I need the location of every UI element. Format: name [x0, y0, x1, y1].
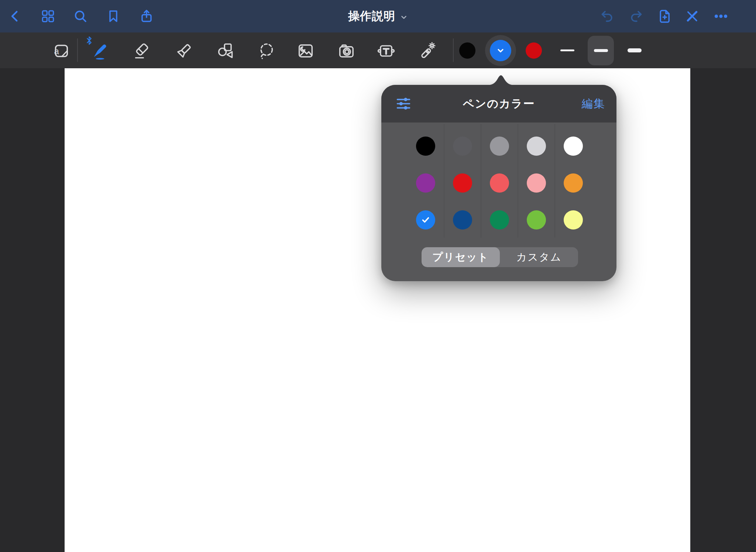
thickness-thick-option[interactable] — [618, 32, 651, 68]
pen-tool-button[interactable] — [90, 41, 110, 61]
chevron-down-icon — [400, 13, 408, 21]
popup-color-white-swatch[interactable] — [555, 128, 592, 165]
redo-icon — [628, 8, 644, 24]
thickness-thin-option[interactable] — [550, 32, 584, 68]
popover-title: ペンのカラー — [381, 85, 616, 123]
page-panel-icon: a — [52, 42, 71, 60]
toolbar-color-blue-swatch[interactable] — [484, 32, 517, 68]
popup-color-blue-swatch[interactable] — [407, 201, 444, 238]
pen-icon — [90, 41, 110, 61]
image-icon — [296, 41, 315, 61]
pen-off-icon — [684, 8, 700, 24]
top-navigation-bar: 操作説明 — [0, 0, 756, 32]
lasso-icon — [257, 41, 276, 61]
undo-button[interactable] — [599, 8, 615, 24]
thickness-medium-option[interactable] — [584, 32, 618, 68]
popup-color-pink-swatch[interactable] — [518, 165, 555, 201]
popup-color-red-swatch[interactable] — [444, 165, 481, 201]
panel-glyph: a — [54, 46, 59, 56]
text-tool-button[interactable] — [376, 41, 396, 61]
bluetooth-icon — [86, 36, 92, 45]
highlighter-tool-button[interactable] — [173, 41, 194, 61]
redo-button[interactable] — [628, 8, 644, 24]
eraser-tool-button[interactable] — [131, 41, 152, 61]
undo-icon — [599, 8, 615, 24]
popup-color-purple-swatch[interactable] — [407, 165, 444, 201]
drawing-toolbar: a — [0, 32, 756, 68]
more-icon — [713, 8, 729, 24]
page-title: 操作説明 — [348, 8, 395, 24]
popup-color-orange-swatch[interactable] — [555, 165, 592, 201]
toolbar-color-red-swatch[interactable] — [517, 32, 550, 68]
popup-color-light-gray-swatch[interactable] — [518, 128, 555, 165]
tab-custom[interactable]: カスタム — [500, 247, 578, 267]
shapes-icon — [216, 41, 235, 61]
popup-color-gray-swatch[interactable] — [481, 128, 518, 165]
popup-color-navy-swatch[interactable] — [444, 201, 481, 238]
lasso-tool-button[interactable] — [256, 41, 276, 61]
highlighter-icon — [174, 41, 193, 61]
popover-arrow — [484, 75, 518, 85]
popup-color-green-swatch[interactable] — [481, 201, 518, 238]
popup-color-black-swatch[interactable] — [407, 128, 444, 165]
more-options-button[interactable] — [713, 8, 729, 24]
selected-color-ring — [485, 35, 516, 66]
popup-color-yellow-swatch[interactable] — [555, 201, 592, 238]
preset-custom-tabs: プリセットカスタム — [422, 247, 578, 267]
toolbar-color-black-swatch[interactable] — [451, 32, 484, 68]
text-icon — [377, 41, 396, 61]
popup-color-light-green-swatch[interactable] — [518, 201, 555, 238]
app-screen: { "top_bar": { "bg_color": "#2d3b54", "i… — [0, 0, 756, 552]
exit-edit-mode-button[interactable] — [684, 8, 700, 24]
edit-colors-button[interactable]: 編集 — [582, 85, 605, 123]
add-page-icon — [657, 8, 672, 24]
color-grid — [407, 128, 592, 238]
toolbar-separator — [77, 38, 78, 62]
popup-color-coral-swatch[interactable] — [481, 165, 518, 201]
tab-preset[interactable]: プリセット — [422, 247, 500, 267]
pen-color-swatches — [451, 32, 550, 68]
pen-color-popover: ペンのカラー 編集 プリセットカスタム — [381, 85, 616, 281]
pen-thickness-options — [550, 32, 651, 68]
popup-color-dark-gray-swatch[interactable] — [444, 128, 481, 165]
laser-pointer-icon — [417, 41, 436, 61]
laser-pointer-tool-button[interactable] — [416, 41, 437, 61]
popover-header: ペンのカラー 編集 — [381, 85, 616, 123]
camera-icon — [337, 41, 356, 61]
shapes-tool-button[interactable] — [215, 41, 236, 61]
add-page-button[interactable] — [656, 8, 673, 24]
eraser-icon — [132, 41, 151, 61]
image-tool-button[interactable] — [295, 41, 316, 61]
camera-tool-button[interactable] — [336, 41, 357, 61]
page-panel-button[interactable]: a — [51, 41, 72, 61]
